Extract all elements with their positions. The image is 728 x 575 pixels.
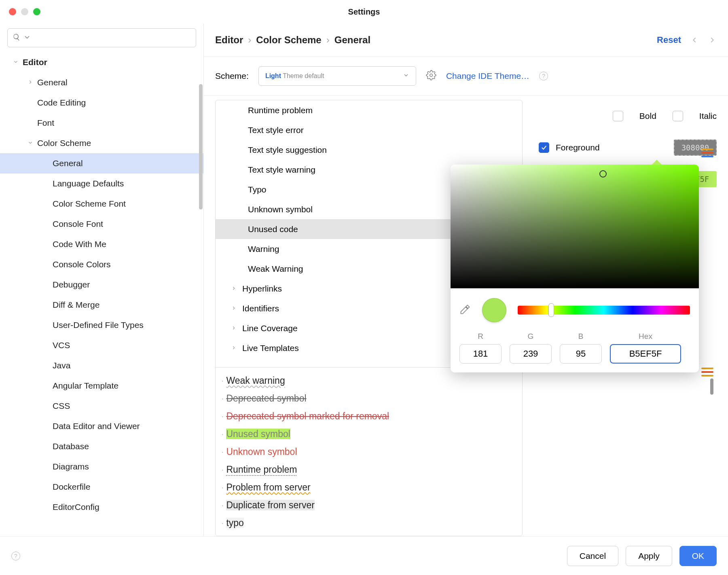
eyedropper-icon[interactable] xyxy=(459,304,471,317)
gear-icon[interactable] xyxy=(426,70,436,82)
sidebar-item[interactable]: Code With Me xyxy=(0,234,203,254)
gutter-marks xyxy=(701,148,713,397)
help-icon[interactable]: ? xyxy=(11,552,20,560)
sidebar-item-label: User-Defined File Types xyxy=(53,320,144,330)
sidebar-item[interactable]: Console Font xyxy=(0,214,203,234)
scheme-select[interactable]: Light Theme default xyxy=(258,66,416,86)
sidebar-item[interactable]: VCS xyxy=(0,335,203,355)
sidebar-item[interactable]: Color Scheme xyxy=(0,133,203,153)
g-label: G xyxy=(528,332,534,341)
attr-item[interactable]: Runtime problem xyxy=(216,100,522,120)
r-label: R xyxy=(478,332,483,341)
sidebar-item[interactable]: Debugger xyxy=(0,275,203,295)
ok-button[interactable]: OK xyxy=(679,546,717,566)
hue-thumb[interactable] xyxy=(548,303,554,317)
apply-button[interactable]: Apply xyxy=(626,546,672,566)
g-input[interactable] xyxy=(510,344,552,364)
sidebar-item[interactable]: Diagrams xyxy=(0,457,203,477)
sidebar-item-label: EditorConfig xyxy=(53,502,99,512)
back-icon[interactable] xyxy=(690,36,699,44)
sidebar-item[interactable]: Diff & Merge xyxy=(0,295,203,315)
cancel-button[interactable]: Cancel xyxy=(567,546,618,566)
sidebar-item-label: Font xyxy=(37,118,54,128)
sidebar-item[interactable]: Angular Template xyxy=(0,376,203,396)
sidebar-item[interactable]: EditorConfig xyxy=(0,497,203,517)
saturation-box[interactable] xyxy=(451,165,699,288)
breadcrumb-item[interactable]: Editor xyxy=(215,34,243,46)
sidebar-item-label: Color Scheme Font xyxy=(53,199,126,209)
sidebar-item[interactable]: Language Defaults xyxy=(0,173,203,194)
sidebar-item-label: Console Colors xyxy=(53,260,111,269)
scheme-name: Light Theme default xyxy=(265,72,324,80)
sidebar-item[interactable]: General xyxy=(0,72,203,93)
chevron-down-icon xyxy=(28,140,34,146)
sidebar-item-label: Color Scheme xyxy=(37,138,91,148)
settings-tree[interactable]: EditorGeneralCode EditingFontColor Schem… xyxy=(0,52,203,536)
chevron-right-icon xyxy=(231,345,237,351)
maximize-icon[interactable] xyxy=(33,8,40,15)
svg-point-0 xyxy=(430,74,433,77)
sidebar-item[interactable]: General xyxy=(0,153,203,173)
italic-label: Italic xyxy=(699,111,717,121)
sidebar-item-label: Debugger xyxy=(53,280,90,290)
window-title: Settings xyxy=(348,7,380,17)
breadcrumb-item[interactable]: Color Scheme xyxy=(256,34,321,46)
sidebar-item-label: Diff & Merge xyxy=(53,300,99,310)
forward-icon[interactable] xyxy=(708,36,717,44)
hex-input[interactable] xyxy=(610,344,681,364)
chevron-right-icon xyxy=(231,305,237,312)
sidebar-item[interactable]: User-Defined File Types xyxy=(0,315,203,335)
attr-item[interactable]: Text style suggestion xyxy=(216,140,522,160)
breadcrumb-row: Editor › Color Scheme › General Reset xyxy=(204,23,728,57)
breadcrumb-item: General xyxy=(334,34,370,46)
change-ide-theme-link[interactable]: Change IDE Theme… xyxy=(446,71,529,81)
saturation-cursor[interactable] xyxy=(599,170,607,178)
chevron-right-icon: › xyxy=(248,34,251,46)
sidebar-item-label: General xyxy=(37,78,68,87)
main-panel: Editor › Color Scheme › General Reset Sc… xyxy=(204,23,728,536)
attr-item[interactable]: Text style error xyxy=(216,120,522,140)
b-label: B xyxy=(578,332,584,341)
hex-label: Hex xyxy=(639,332,652,341)
sidebar-item-label: Code With Me xyxy=(53,239,106,249)
sidebar-item[interactable]: Java xyxy=(0,355,203,376)
traffic-lights xyxy=(9,8,40,15)
sidebar-item[interactable]: Color Scheme Font xyxy=(0,194,203,214)
close-icon[interactable] xyxy=(9,8,16,15)
r-input[interactable] xyxy=(459,344,502,364)
reset-button[interactable]: Reset xyxy=(657,35,681,45)
hue-slider[interactable] xyxy=(518,306,690,315)
b-input[interactable] xyxy=(560,344,602,364)
sidebar-item[interactable]: Code Editing xyxy=(0,93,203,113)
sidebar-item[interactable]: CSS xyxy=(0,396,203,416)
preview-line: ·Weak warning xyxy=(221,372,516,389)
sidebar-item[interactable]: Console Colors xyxy=(0,254,203,275)
sidebar-item-label: CSS xyxy=(53,401,70,411)
preview-line: ·Runtime problem xyxy=(221,461,516,478)
sidebar-item[interactable]: Data Editor and Viewer xyxy=(0,416,203,436)
sidebar-item[interactable]: Font xyxy=(0,113,203,133)
search-input[interactable] xyxy=(7,28,196,47)
foreground-label: Foreground xyxy=(556,143,600,152)
chevron-down-icon xyxy=(13,59,19,66)
help-icon[interactable]: ? xyxy=(539,72,548,80)
sidebar-item-label: Angular Template xyxy=(53,381,119,391)
scrollbar-thumb[interactable] xyxy=(199,84,203,209)
sidebar-item[interactable]: Dockerfile xyxy=(0,477,203,497)
properties-panel: Bold Italic Foreground 308080 Background… xyxy=(523,100,717,536)
foreground-checkbox[interactable] xyxy=(539,142,549,153)
minimize-icon[interactable] xyxy=(21,8,28,15)
scheme-row: Scheme: Light Theme default Change IDE T… xyxy=(204,57,728,96)
preview-line: ·Unknown symbol xyxy=(221,443,516,461)
body: EditorGeneralCode EditingFontColor Schem… xyxy=(0,23,728,536)
sidebar-item[interactable]: Editor xyxy=(0,52,203,72)
chevron-down-icon xyxy=(403,72,409,80)
sidebar-item-label: Language Defaults xyxy=(53,179,124,188)
bold-checkbox[interactable] xyxy=(613,111,623,121)
preview-line: ·Duplicate from server xyxy=(221,496,516,514)
sidebar-item[interactable]: Database xyxy=(0,436,203,457)
sidebar-item-label: Console Font xyxy=(53,219,103,229)
sidebar-item-label: Code Editing xyxy=(37,98,86,108)
italic-checkbox[interactable] xyxy=(673,111,683,121)
search-icon xyxy=(13,33,21,43)
